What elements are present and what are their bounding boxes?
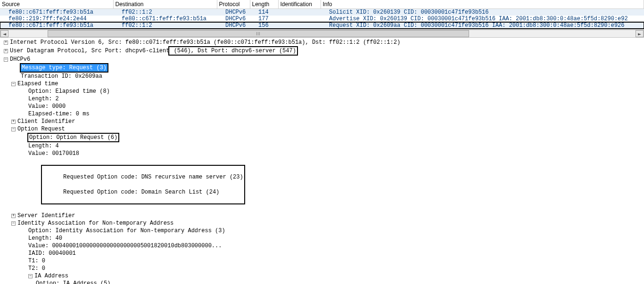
elapsed-time[interactable]: −Elapsed time [0,80,644,88]
cell-src: fe80::c671:feff:fe93:b51a [0,22,113,29]
option-request-option[interactable]: Option: Option Request (6) [0,133,644,142]
collapse-icon[interactable]: − [28,274,33,278]
packet-list[interactable]: Source Destination Protocol Length Ident… [0,0,644,29]
cell-id [278,9,321,16]
ip-line[interactable]: +Internet Protocol Version 6, Src: fe80:… [0,39,644,46]
udp-prefix: User Datagram Protocol, Src Port: dhcpv6… [10,48,169,54]
cell-id [278,16,321,22]
server-identifier[interactable]: +Server Identifier [0,212,644,219]
elapsed-ms[interactable]: Elapsed-time: 0 ms [0,110,644,118]
iana-length[interactable]: Length: 40 [0,235,644,242]
collapse-icon[interactable]: − [11,127,16,131]
cell-dst: fe80::c671:feff:fe93:b51a [113,16,217,22]
cell-dst: ff02::1:2 [113,22,217,29]
cell-info: Advertise XID: 0x260139 CID: 00030001c47… [321,16,644,22]
iaaddr-option[interactable]: Option: IA Address (5) [0,280,644,284]
collapse-icon[interactable]: − [4,57,8,62]
col-length[interactable]: Length [250,0,278,9]
option-request-value[interactable]: Value: 00170018 [0,150,644,157]
cell-proto: DHCPv6 [217,16,250,22]
option-request-length[interactable]: Length: 4 [0,142,644,150]
requested-codes[interactable]: Requested Option code: DNS recursive nam… [0,157,644,212]
iana-value[interactable]: Value: 000400010000000000000000005001820… [0,242,644,250]
col-source[interactable]: Source [0,0,113,9]
option-request[interactable]: −Option Request [0,125,644,133]
client-identifier[interactable]: +Client Identifier [0,118,644,125]
packet-list-header[interactable]: Source Destination Protocol Length Ident… [0,0,644,9]
iana-t1[interactable]: T1: 0 [0,257,644,265]
message-type-selected: Message type: Request (3) [20,63,108,73]
cell-src: fe80::219:7ff:fe24:2e44 [0,16,113,22]
expand-icon[interactable]: + [4,49,8,53]
message-type-line[interactable]: Message type: Request (3) [0,63,644,73]
cell-len: 114 [250,9,278,16]
collapse-icon[interactable]: − [11,82,16,86]
dhcpv6-label: DHCPv6 [10,56,30,63]
packet-row[interactable]: fe80::219:7ff:fe24:2e44fe80::c671:feff:f… [0,16,644,22]
ia-address[interactable]: −IA Address [0,272,644,280]
packet-row[interactable]: fe80::c671:feff:fe93:b51aff02::1:2DHCPv6… [0,22,644,29]
ip-line-text: Internet Protocol Version 6, Src: fe80::… [10,39,400,46]
option-request-box: Option: Option Request (6) [27,133,119,142]
iana-option[interactable]: Option: Identity Association for Non-tem… [0,227,644,235]
iana-t2[interactable]: T2: 0 [0,265,644,272]
transaction-id[interactable]: Transaction ID: 0x2609aa [0,73,644,80]
col-identification[interactable]: Identification [278,0,321,9]
collapse-icon[interactable]: − [11,221,16,226]
packet-details[interactable]: +Internet Protocol Version 6, Src: fe80:… [0,39,644,284]
elapsed-option[interactable]: Option: Elapsed time (8) [0,88,644,95]
expand-icon[interactable]: + [11,214,16,218]
iana-iaid[interactable]: IAID: 00040001 [0,250,644,257]
cell-info: Request XID: 0x2609aa CID: 00030001c471f… [321,22,644,29]
col-info[interactable]: Info [321,0,644,9]
udp-ports-box: (546), Dst Port: dhcpv6-server (547) [168,46,297,56]
scroll-thumb[interactable] [48,30,469,37]
requested-codes-box: Requested Option code: DNS recursive nam… [41,165,245,204]
expand-icon[interactable]: + [11,120,16,124]
cell-dst: ff02::1:2 [113,9,217,16]
packet-list-hscrollbar[interactable]: ◄ ► [0,30,644,38]
elapsed-length[interactable]: Length: 2 [0,95,644,103]
iana[interactable]: −Identity Association for Non-temporary … [0,219,644,227]
scroll-left-icon[interactable]: ◄ [0,30,8,37]
col-destination[interactable]: Destination [113,0,217,9]
elapsed-value[interactable]: Value: 0000 [0,103,644,110]
packet-row[interactable]: fe80::c671:feff:fe93:b51aff02::1:2DHCPv6… [0,9,644,16]
cell-info: Solicit XID: 0x260139 CID: 00030001c471f… [321,9,644,16]
cell-proto: DHCPv6 [217,22,250,29]
expand-icon[interactable]: + [4,41,8,45]
cell-len: 156 [250,22,278,29]
udp-line[interactable]: +User Datagram Protocol, Src Port: dhcpv… [0,46,644,56]
col-protocol[interactable]: Protocol [217,0,250,9]
cell-proto: DHCPv6 [217,9,250,16]
dhcpv6-line[interactable]: −DHCPv6 [0,56,644,63]
cell-len: 177 [250,16,278,22]
cell-id [278,22,321,29]
cell-src: fe80::c671:feff:fe93:b51a [0,9,113,16]
scroll-right-icon[interactable]: ► [636,30,644,37]
